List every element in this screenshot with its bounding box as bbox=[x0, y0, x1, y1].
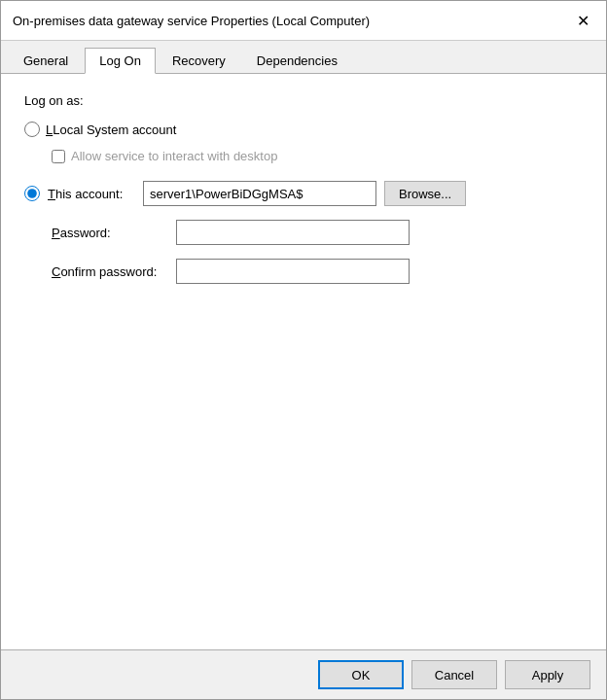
password-input[interactable] bbox=[176, 220, 410, 245]
local-system-row: LLocal System account bbox=[24, 122, 583, 137]
window-title: On-premises data gateway service Propert… bbox=[13, 14, 370, 28]
browse-button[interactable]: Browse... bbox=[384, 181, 466, 206]
local-system-label: LLocal System account bbox=[46, 122, 176, 137]
this-account-row: This account: Browse... bbox=[24, 181, 583, 206]
tab-dependencies[interactable]: Dependencies bbox=[242, 48, 352, 74]
tabs-bar: General Log On Recovery Dependencies bbox=[1, 41, 606, 74]
logon-as-label: Log on as: bbox=[24, 93, 583, 108]
confirm-password-input[interactable] bbox=[176, 259, 410, 284]
cancel-button[interactable]: Cancel bbox=[411, 660, 497, 689]
tab-general[interactable]: General bbox=[9, 48, 83, 74]
footer: OK Cancel Apply bbox=[1, 649, 606, 699]
allow-interact-row: Allow service to interact with desktop bbox=[52, 149, 583, 163]
close-button[interactable]: ✕ bbox=[571, 9, 594, 32]
account-input[interactable] bbox=[143, 181, 376, 206]
ok-button[interactable]: OK bbox=[318, 660, 404, 689]
dialog-window: On-premises data gateway service Propert… bbox=[0, 0, 607, 700]
confirm-password-label: Confirm password: bbox=[52, 264, 168, 279]
password-label: Password: bbox=[52, 226, 168, 240]
apply-button[interactable]: Apply bbox=[505, 660, 590, 689]
confirm-password-row: Confirm password: bbox=[52, 259, 583, 284]
this-account-label: This account: bbox=[48, 187, 135, 201]
allow-interact-checkbox[interactable] bbox=[52, 150, 65, 163]
this-account-radio[interactable] bbox=[24, 186, 40, 201]
content-area: Log on as: LLocal System account Allow s… bbox=[1, 74, 606, 649]
password-row: Password: bbox=[52, 220, 583, 245]
title-bar: On-premises data gateway service Propert… bbox=[1, 1, 606, 41]
tab-logon[interactable]: Log On bbox=[85, 48, 156, 74]
radio-group: LLocal System account Allow service to i… bbox=[24, 122, 583, 163]
allow-interact-label: Allow service to interact with desktop bbox=[71, 149, 277, 163]
tab-recovery[interactable]: Recovery bbox=[158, 48, 240, 74]
local-system-radio[interactable] bbox=[24, 122, 40, 137]
